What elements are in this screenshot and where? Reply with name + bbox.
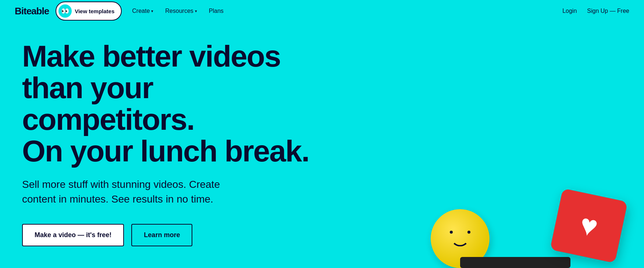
resources-chevron-icon: ▾ — [195, 9, 197, 14]
hero-headline: Make better videos than your competitors… — [22, 40, 324, 167]
owl-icon: 👀 — [58, 4, 72, 18]
left-eye — [450, 231, 453, 234]
nav-plans-link[interactable]: Plans — [209, 8, 224, 14]
nav-auth: Login Sign Up — Free — [562, 8, 629, 14]
hero-text-block: Make better videos than your competitors… — [22, 40, 324, 246]
smile — [451, 237, 469, 247]
login-link[interactable]: Login — [562, 8, 577, 14]
right-eye — [467, 231, 470, 234]
view-templates-button[interactable]: 👀 View templates — [56, 1, 122, 21]
signup-link[interactable]: Sign Up — Free — [587, 8, 629, 14]
nav-resources-link[interactable]: Resources ▾ — [165, 8, 197, 14]
hero-cta-group: Make a video — it's free! Learn more — [22, 224, 324, 246]
nav-links: Create ▾ Resources ▾ Plans — [132, 8, 562, 14]
hero-section: Make better videos than your competitors… — [0, 22, 644, 268]
view-templates-label: View templates — [75, 8, 114, 14]
hero-headline-line1: Make better videos than your competitors… — [22, 39, 280, 136]
site-logo[interactable]: Biteable — [15, 6, 49, 17]
learn-more-button[interactable]: Learn more — [131, 224, 192, 246]
laptop-base-decoration — [460, 257, 570, 268]
navbar: Biteable 👀 View templates Create ▾ Resou… — [0, 0, 644, 22]
make-video-button[interactable]: Make a video — it's free! — [22, 224, 124, 246]
nav-create-link[interactable]: Create ▾ — [132, 8, 153, 14]
hero-headline-line2: On your lunch break. — [22, 134, 309, 168]
hero-subtext: Sell more stuff with stunning videos. Cr… — [22, 177, 243, 206]
create-chevron-icon: ▾ — [151, 9, 153, 14]
like-card-decoration: ♥ — [550, 188, 627, 263]
heart-icon: ♥ — [577, 210, 600, 242]
